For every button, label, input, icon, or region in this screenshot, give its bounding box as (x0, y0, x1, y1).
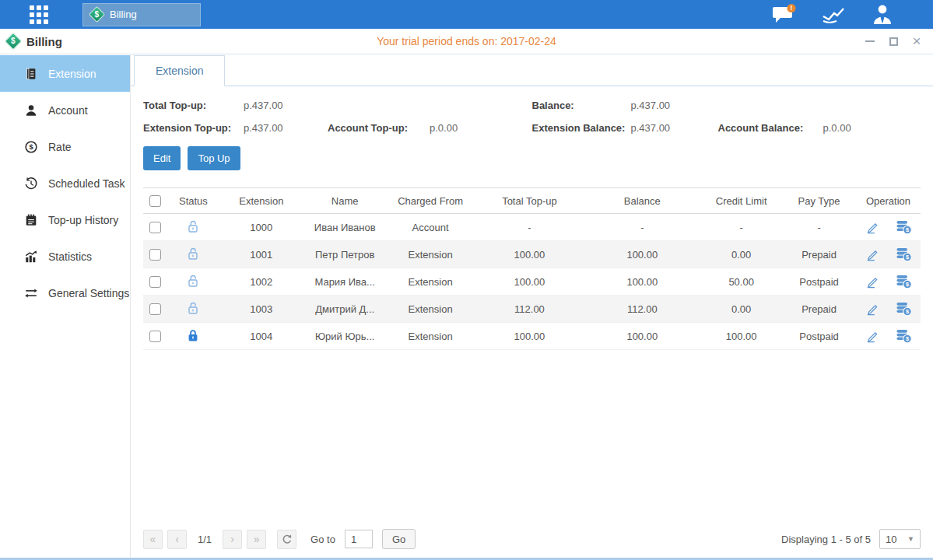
extension-topup-label: Extension Top-up: (143, 122, 244, 134)
minimize-button[interactable] (865, 36, 875, 47)
tab-extension[interactable]: Extension (134, 55, 225, 86)
total-topup-value: p.437.00 (244, 100, 328, 111)
row-checkbox[interactable] (149, 303, 161, 315)
status-unlocked (187, 274, 199, 288)
sidebar-item-topup-history[interactable]: Top-up History (0, 201, 130, 238)
go-button[interactable]: Go (382, 529, 416, 549)
column-pay-type: Pay Type (782, 188, 856, 214)
table-row: 1004 Юрий Юрь... Extension 100.00 100.00… (143, 323, 921, 350)
bar-chart-icon (24, 250, 38, 264)
account-balance-value: p.0.00 (823, 122, 921, 134)
row-checkbox[interactable] (149, 222, 161, 233)
account-balance-label: Account Balance: (718, 122, 823, 134)
top-up-row-button[interactable]: $ (895, 302, 912, 317)
notifications-button[interactable]: ! (772, 4, 796, 26)
billing-app-icon: $ (89, 6, 105, 23)
cell-balance: 112.00 (584, 296, 700, 323)
column-extension: Extension (219, 188, 304, 214)
pencil-icon (865, 329, 879, 344)
edit-row-button[interactable] (865, 247, 879, 262)
tab-label: Extension (156, 65, 203, 77)
content-area: Extension Total Top-up: p.437.00 Extensi… (131, 54, 933, 558)
top-up-row-button[interactable]: $ (895, 329, 912, 344)
last-page-button[interactable]: » (247, 530, 266, 549)
edit-row-button[interactable] (865, 220, 879, 235)
lock-open-icon (187, 219, 199, 233)
table-row: 1003 Дмитрий Д... Extension 112.00 112.0… (143, 296, 921, 323)
sidebar-item-statistics[interactable]: Statistics (0, 238, 130, 275)
taskbar-item-label: Billing (110, 9, 137, 20)
close-button[interactable]: × (911, 36, 922, 47)
top-up-button[interactable]: Top Up (188, 146, 240, 170)
row-checkbox[interactable] (149, 331, 161, 342)
page-size-select[interactable]: 10 ▼ (879, 529, 921, 549)
sidebar-item-label: Rate (48, 141, 72, 153)
next-page-button[interactable]: › (223, 530, 242, 549)
cell-extension: 1003 (219, 296, 304, 323)
pencil-icon (865, 275, 879, 289)
edit-row-button[interactable] (865, 302, 879, 317)
svg-text:!: ! (791, 4, 793, 12)
cell-credit-limit: - (700, 214, 782, 241)
last-page-icon: » (254, 533, 260, 545)
taskbar-item-billing[interactable]: $ Billing (82, 3, 201, 26)
table-row: 1000 Иван Иванов Account - - - - (143, 214, 921, 241)
resource-monitor-button[interactable] (821, 5, 846, 25)
maximize-button[interactable] (888, 36, 899, 47)
sidebar-item-rate[interactable]: $ Rate (0, 128, 130, 165)
cell-charged-from: Account (386, 214, 475, 241)
sidebar-item-general-settings[interactable]: General Settings (0, 275, 130, 311)
cell-name: Юрий Юрь... (304, 323, 386, 350)
cell-total-topup: 100.00 (475, 241, 584, 268)
cell-total-topup: 112.00 (475, 296, 584, 323)
coins-dollar-icon: $ (895, 247, 912, 262)
cell-balance: 100.00 (584, 268, 700, 296)
cell-pay-type: Prepaid (782, 296, 856, 323)
cell-total-topup: - (475, 214, 584, 241)
refresh-button[interactable] (277, 530, 296, 549)
top-up-row-button[interactable]: $ (895, 247, 912, 262)
row-checkbox[interactable] (149, 249, 161, 261)
status-unlocked (187, 219, 199, 233)
close-icon: × (912, 37, 921, 46)
table-row: 1002 Мария Ива... Extension 100.00 100.0… (143, 268, 921, 296)
summary-panel: Total Top-up: p.437.00 Extension Top-up:… (131, 86, 933, 135)
top-up-row-button[interactable]: $ (895, 275, 912, 289)
billing-window-icon: $ (5, 33, 23, 51)
cell-name: Иван Иванов (304, 214, 386, 241)
account-topup-label: Account Top-up: (328, 122, 430, 134)
first-page-button[interactable]: « (143, 530, 163, 549)
cell-name: Дмитрий Д... (304, 296, 386, 323)
coins-dollar-icon: $ (895, 329, 912, 344)
edit-button[interactable]: Edit (143, 146, 181, 170)
user-account-button[interactable] (871, 4, 894, 25)
cell-credit-limit: 50.00 (700, 268, 782, 296)
extensions-table: Status Extension Name Charged From Total… (143, 187, 921, 350)
top-up-row-button[interactable]: $ (895, 220, 912, 235)
row-checkbox[interactable] (149, 276, 161, 288)
cell-balance: - (584, 214, 700, 241)
balance-value: p.437.00 (631, 100, 718, 111)
cell-charged-from: Extension (386, 296, 475, 323)
history-clock-icon (24, 177, 38, 191)
select-all-checkbox[interactable] (149, 195, 161, 207)
goto-label: Go to (310, 534, 335, 545)
sidebar-item-account[interactable]: Account (0, 92, 130, 128)
window-title-bar: $ Billing Your trial period ends on: 201… (0, 29, 933, 54)
cell-credit-limit: 0.00 (700, 241, 782, 268)
cell-name: Мария Ива... (304, 268, 386, 296)
cell-pay-type: Postpaid (782, 268, 856, 296)
app-launcher-grid-icon[interactable] (30, 5, 48, 24)
sidebar-item-scheduled-task[interactable]: Scheduled Task (0, 165, 130, 201)
trial-period-message: Your trial period ends on: 2017-02-24 (0, 35, 933, 47)
sidebar-item-extension[interactable]: Extension (0, 55, 130, 92)
edit-row-button[interactable] (865, 329, 879, 344)
previous-page-button[interactable]: ‹ (167, 530, 187, 549)
edit-row-button[interactable] (865, 275, 879, 289)
notebook-icon (24, 213, 38, 227)
goto-page-input[interactable] (345, 530, 373, 548)
status-unlocked (187, 301, 199, 315)
chat-bubble-icon: ! (772, 4, 796, 26)
table-row: 1001 Петр Петров Extension 100.00 100.00… (143, 241, 921, 268)
extension-balance-value: p.437.00 (631, 122, 718, 134)
